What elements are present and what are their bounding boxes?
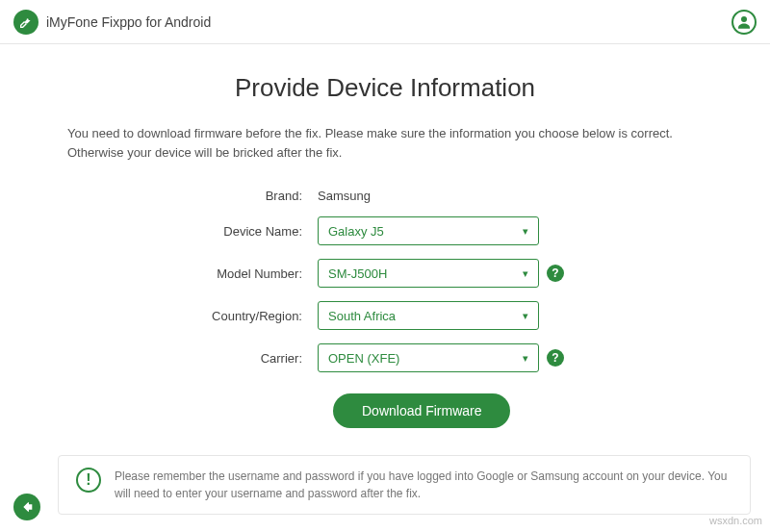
header: iMyFone Fixppo for Android: [0, 0, 770, 44]
device-name-value: Galaxy J5: [328, 224, 384, 239]
device-name-row: Device Name: Galaxy J5 ▾: [67, 216, 703, 245]
avatar-icon[interactable]: [732, 10, 757, 35]
chevron-down-icon: ▾: [523, 310, 528, 322]
arrow-left-icon: [19, 499, 35, 515]
header-left: iMyFone Fixppo for Android: [13, 10, 211, 35]
wrench-icon: [13, 10, 38, 35]
help-icon[interactable]: ?: [547, 265, 564, 282]
carrier-label: Carrier:: [67, 351, 318, 366]
main-content: Provide Device Information You need to d…: [0, 44, 770, 428]
download-firmware-button[interactable]: Download Firmware: [333, 393, 510, 428]
brand-label: Brand:: [67, 189, 318, 203]
help-icon[interactable]: ?: [547, 349, 564, 367]
brand-row: Brand: Samsung: [67, 189, 703, 203]
carrier-row: Carrier: OPEN (XFE) ▾ ?: [67, 343, 703, 372]
carrier-value: OPEN (XFE): [328, 351, 399, 366]
app-title: iMyFone Fixppo for Android: [46, 14, 211, 30]
brand-value: Samsung: [318, 189, 371, 203]
country-select[interactable]: South Africa ▾: [318, 301, 539, 330]
model-number-row: Model Number: SM-J500H ▾ ?: [67, 259, 703, 288]
model-number-select[interactable]: SM-J500H ▾: [318, 259, 539, 288]
chevron-down-icon: ▾: [523, 352, 528, 365]
model-number-value: SM-J500H: [328, 266, 387, 281]
page-title: Provide Device Information: [67, 73, 703, 103]
watermark: wsxdn.com: [709, 515, 762, 526]
chevron-down-icon: ▾: [523, 225, 528, 238]
back-button[interactable]: [13, 494, 40, 520]
carrier-select[interactable]: OPEN (XFE) ▾: [318, 343, 539, 372]
model-number-label: Model Number:: [67, 266, 318, 281]
device-name-select[interactable]: Galaxy J5 ▾: [318, 216, 539, 245]
device-name-label: Device Name:: [67, 224, 318, 239]
footer-text: Please remember the username and passwor…: [115, 468, 732, 502]
country-value: South Africa: [328, 309, 396, 323]
country-row: Country/Region: South Africa ▾: [67, 301, 703, 330]
footer-note: ! Please remember the username and passw…: [58, 455, 751, 515]
instruction-text: You need to download firmware before the…: [67, 124, 703, 162]
country-label: Country/Region:: [67, 309, 318, 323]
chevron-down-icon: ▾: [523, 267, 528, 280]
svg-point-0: [741, 16, 747, 22]
alert-icon: !: [76, 468, 101, 493]
